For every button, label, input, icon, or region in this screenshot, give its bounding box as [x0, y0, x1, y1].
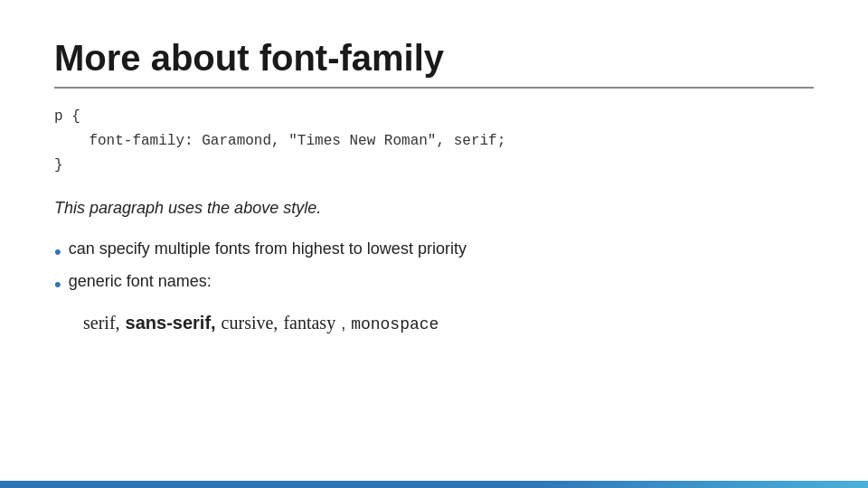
bullet-item-1: • can specify multiple fonts from highes…	[54, 239, 814, 266]
generic-fonts-section: serif, sans-serif, cursive, fantasy , mo…	[83, 313, 814, 333]
code-block: p { font-family: Garamond, "Times New Ro…	[54, 105, 814, 179]
generic-fonts-row: serif, sans-serif, cursive, fantasy , mo…	[83, 313, 814, 333]
font-sans-serif-label: sans-serif,	[126, 313, 216, 333]
bullet-item-2: • generic font names:	[54, 272, 814, 298]
bottom-bar	[0, 481, 868, 488]
font-monospace-label: monospace	[351, 315, 439, 333]
font-cursive-label: cursive,	[222, 313, 278, 333]
code-line-3: }	[54, 154, 814, 178]
slide-container: More about font-family p { font-family: …	[0, 0, 868, 488]
font-serif-label: serif,	[83, 313, 120, 333]
slide-title: More about font-family	[54, 36, 814, 80]
bullet-text-2: generic font names:	[69, 272, 212, 291]
bullet-dot-2: •	[54, 272, 61, 298]
font-fantasy-label: fantasy	[283, 313, 335, 333]
font-comma: ,	[341, 314, 345, 333]
bullet-list: • can specify multiple fonts from highes…	[54, 239, 814, 298]
example-paragraph: This paragraph uses the above style.	[54, 199, 814, 218]
code-line-1: p {	[54, 105, 814, 129]
bullet-dot-1: •	[54, 239, 61, 266]
code-line-2: font-family: Garamond, "Times New Roman"…	[54, 129, 814, 154]
bullet-text-1: can specify multiple fonts from highest …	[69, 239, 467, 258]
title-divider	[54, 87, 814, 89]
